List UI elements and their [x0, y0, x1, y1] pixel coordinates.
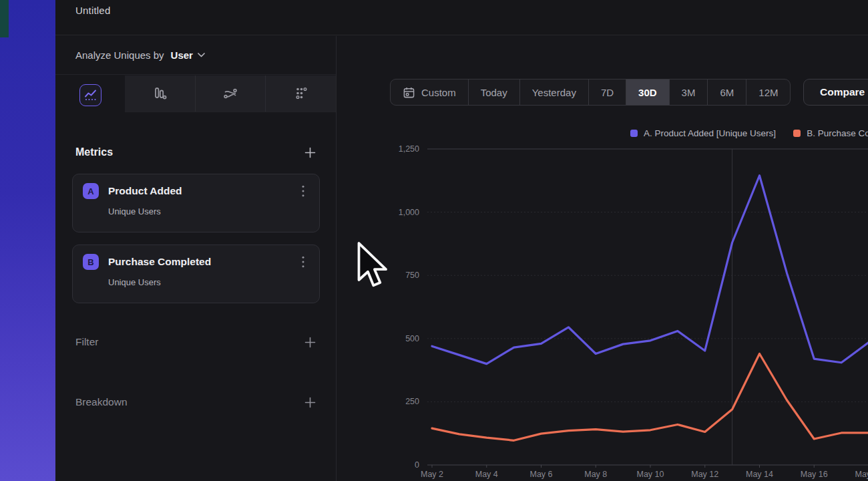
- tab-line-chart-selected[interactable]: [79, 84, 101, 106]
- range-6m[interactable]: 6M: [708, 79, 746, 105]
- calendar-icon: [403, 86, 415, 99]
- range-label: 12M: [758, 87, 778, 98]
- tab-grid-dots[interactable]: [266, 75, 336, 112]
- chart-type-tab-group: [125, 75, 336, 112]
- analyze-row: Analyze Uniques by User: [55, 36, 336, 75]
- legend-item-b[interactable]: B. Purchase Completed [Unique Users]: [793, 128, 868, 138]
- flows-icon: [222, 86, 238, 102]
- legend-label: B. Purchase Completed [Unique Users]: [807, 128, 868, 138]
- range-30d[interactable]: 30D: [626, 79, 670, 105]
- grid-dots-icon: [293, 86, 309, 102]
- chart-legend: A. Product Added [Unique Users] B. Purch…: [630, 128, 868, 138]
- range-label: 7D: [601, 87, 614, 98]
- range-7d[interactable]: 7D: [589, 79, 626, 105]
- legend-swatch-purple: [630, 130, 638, 137]
- range-12m[interactable]: 12M: [746, 79, 790, 105]
- header-bar: Untitled: [55, 0, 868, 35]
- sidebar: Analyze Uniques by User: [55, 36, 337, 481]
- range-label: 3M: [682, 87, 696, 98]
- kebab-menu-icon[interactable]: [297, 255, 309, 269]
- metric-card-product-added[interactable]: A Product Added Unique Users: [72, 174, 320, 232]
- add-breakdown-button[interactable]: [302, 395, 317, 410]
- page-title: Untitled: [75, 5, 110, 16]
- range-label: 30D: [638, 87, 657, 98]
- bar-chart-icon: [152, 86, 168, 102]
- chevron-down-icon[interactable]: [198, 53, 205, 57]
- legend-swatch-orange: [793, 130, 801, 137]
- range-label: Custom: [421, 87, 456, 98]
- range-3m[interactable]: 3M: [670, 79, 708, 105]
- range-label: Today: [481, 87, 507, 98]
- compare-button[interactable]: Compare: [803, 79, 868, 106]
- metric-subtitle: Unique Users: [108, 206, 309, 216]
- teal-corner-block: [0, 0, 9, 37]
- kebab-menu-icon[interactable]: [297, 184, 309, 198]
- breakdown-title: Breakdown: [75, 396, 128, 408]
- line-chart-icon: [83, 88, 97, 102]
- left-gradient-strip: [0, 0, 55, 481]
- tab-flows[interactable]: [196, 75, 266, 112]
- range-label: Yesterday: [532, 87, 576, 98]
- range-today[interactable]: Today: [469, 79, 520, 105]
- legend-item-a[interactable]: A. Product Added [Unique Users]: [630, 128, 776, 138]
- analyze-label: Analyze Uniques by: [75, 49, 164, 61]
- add-metric-button[interactable]: [302, 145, 317, 160]
- metric-card-purchase-completed[interactable]: B Purchase Completed Unique Users: [72, 245, 320, 303]
- metric-subtitle: Unique Users: [108, 277, 309, 287]
- metric-badge-b: B: [83, 254, 99, 270]
- range-custom[interactable]: Custom: [391, 79, 469, 105]
- breakdown-section-header: Breakdown: [55, 393, 336, 412]
- metrics-section-header: Metrics: [55, 143, 336, 162]
- metrics-title: Metrics: [75, 146, 113, 158]
- filter-section-header: Filter: [55, 333, 336, 351]
- metric-name: Purchase Completed: [108, 256, 297, 268]
- range-yesterday[interactable]: Yesterday: [520, 79, 589, 105]
- tab-bar-chart[interactable]: [125, 75, 196, 112]
- filter-title: Filter: [75, 336, 98, 348]
- analyze-value-dropdown[interactable]: User: [171, 49, 193, 61]
- date-range-segmented-control: Custom Today Yesterday 7D 30D 3M 6M 12M: [390, 79, 791, 106]
- chart-type-tabs: [55, 75, 336, 112]
- legend-label: A. Product Added [Unique Users]: [644, 128, 776, 138]
- metric-name: Product Added: [108, 185, 297, 197]
- metric-badge-a: A: [83, 183, 99, 199]
- range-label: 6M: [720, 87, 734, 98]
- main-panel: Custom Today Yesterday 7D 30D 3M 6M 12M …: [337, 36, 868, 481]
- add-filter-button[interactable]: [302, 335, 317, 349]
